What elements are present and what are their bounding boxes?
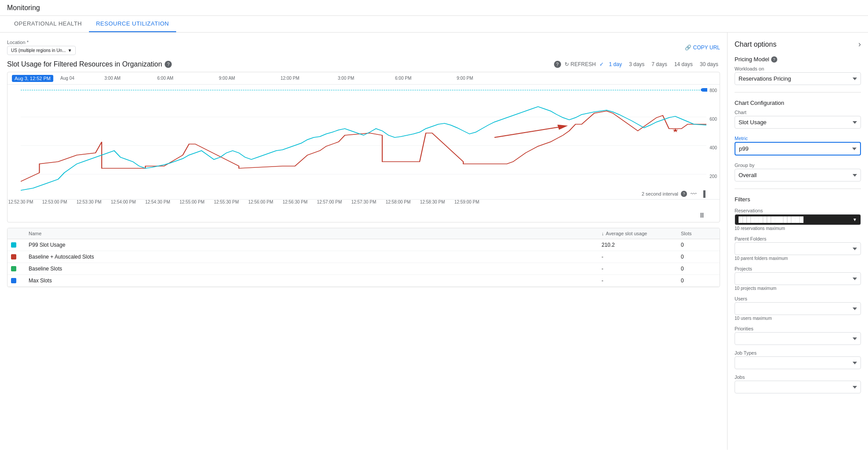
legend-table: Name ↓ Average slot usage Slots P99 Slot… — [7, 228, 720, 287]
active-day-check: ✓ — [599, 61, 604, 67]
timeline-6am: 6:00 AM — [157, 76, 174, 81]
legend-slots-baseline-auto: 0 — [681, 254, 716, 260]
legend-row-baseline-auto: Baseline + Autoscaled Slots - 0 — [7, 251, 720, 263]
chart-title-help-icon[interactable]: ? — [165, 61, 172, 68]
tab-operational-health[interactable]: OPERATIONAL HEALTH — [7, 16, 89, 32]
main-layout: Location * US (multiple regions in Un...… — [0, 33, 868, 450]
x-label-0: 12:52:30 PM — [8, 200, 33, 204]
interval-label: 2 second interval — [642, 191, 678, 196]
x-axis: 12:52:30 PM 12:53:00 PM 12:53:30 PM 12:5… — [7, 199, 720, 209]
chart-config-title: Chart Configuration — [735, 100, 861, 106]
legend-name-p99: P99 Slot Usage — [29, 242, 602, 248]
legend-name-baseline: Baseline Slots — [29, 266, 602, 272]
projects-select[interactable] — [735, 272, 861, 285]
legend-header: Name ↓ Average slot usage Slots — [7, 228, 720, 239]
chart-bar-icon[interactable]: ▐ — [700, 189, 706, 198]
pricing-model-title: Pricing Model ? — [735, 56, 861, 63]
x-label-1: 12:53:00 PM — [42, 200, 67, 204]
timeline-3am: 3:00 AM — [104, 76, 121, 81]
chart-help-icon[interactable]: ? — [554, 61, 561, 68]
metric-label: Metric — [735, 136, 861, 141]
panel-close-button[interactable]: › — [858, 40, 861, 49]
location-bar: Location * US (multiple regions in Un...… — [7, 40, 720, 55]
x-label-6: 12:55:30 PM — [214, 200, 239, 204]
y-label-600: 600 — [709, 117, 717, 122]
day-btn-30[interactable]: 30 days — [698, 60, 720, 68]
metric-select[interactable]: p99 — [735, 142, 861, 156]
interval-bar: 2 second interval ? 〰 ▐ — [642, 189, 706, 198]
x-label-4: 12:54:30 PM — [145, 200, 170, 204]
x-label-3: 12:54:00 PM — [111, 200, 136, 204]
reservations-label: Reservations — [735, 208, 861, 213]
group-by-field: Group by Overall — [735, 163, 861, 182]
chevron-down-icon: ▼ — [68, 48, 72, 53]
projects-label: Projects — [735, 266, 861, 271]
chart-container: Aug 3, 12:52 PM Aug 04 3:00 AM 6:00 AM 9… — [7, 72, 720, 222]
legend-col-slots: Slots — [681, 231, 716, 236]
legend-avg-baseline-auto: - — [602, 254, 681, 260]
legend-col-name: Name — [29, 231, 602, 236]
timeline-aug04: Aug 04 — [60, 76, 74, 81]
legend-avg-max: - — [602, 278, 681, 284]
x-label-11: 12:58:00 PM — [386, 200, 411, 204]
jobs-field: Jobs — [735, 374, 861, 393]
y-label-200: 200 — [709, 174, 717, 179]
priorities-select[interactable] — [735, 332, 861, 345]
group-by-label: Group by — [735, 163, 861, 168]
chart-select[interactable]: Slot Usage — [735, 116, 861, 129]
chart-title-area: Slot Usage for Filtered Resources in Org… — [7, 60, 172, 68]
pause-button[interactable]: ⏸ — [698, 211, 706, 220]
projects-sublabel: 10 projects maximum — [735, 286, 861, 291]
jobs-select[interactable] — [735, 381, 861, 393]
users-select[interactable] — [735, 302, 861, 315]
divider-2 — [735, 189, 861, 189]
timeline-9am: 9:00 AM — [219, 76, 235, 81]
x-label-7: 12:56:00 PM — [248, 200, 273, 204]
app-title: Monitoring — [7, 4, 40, 12]
timeline-start-indicator: Aug 3, 12:52 PM — [12, 75, 53, 82]
legend-name-baseline-auto: Baseline + Autoscaled Slots — [29, 254, 602, 260]
interval-help-icon[interactable]: ? — [681, 191, 687, 197]
day-btn-7[interactable]: 7 days — [650, 60, 669, 68]
location-label: Location * — [7, 40, 76, 45]
timeline-3pm: 3:00 PM — [338, 76, 354, 81]
location-select[interactable]: US (multiple regions in Un... ▼ — [7, 46, 76, 55]
projects-field: Projects 10 projects maximum — [735, 266, 861, 291]
tab-resource-utilization[interactable]: RESOURCE UTILIZATION — [89, 16, 176, 32]
legend-color-baseline — [11, 266, 16, 271]
chart-line-icon[interactable]: 〰 — [690, 189, 698, 198]
chart-controls: ? ↻ REFRESH ✓ 1 day 3 days 7 days 14 day… — [554, 60, 720, 68]
panel-header: Chart options › — [735, 40, 861, 49]
workloads-select[interactable]: Reservations Pricing — [735, 72, 861, 85]
reservations-select[interactable]: ████████████████ ▼ — [735, 214, 861, 225]
day-btn-14[interactable]: 14 days — [672, 60, 694, 68]
group-by-select[interactable]: Overall — [735, 169, 861, 182]
parent-folders-select[interactable] — [735, 242, 861, 255]
svg-point-2 — [701, 88, 705, 92]
tabs-bar: OPERATIONAL HEALTH RESOURCE UTILIZATION — [0, 16, 868, 33]
day-btn-3[interactable]: 3 days — [627, 60, 646, 68]
chart-header: Slot Usage for Filtered Resources in Org… — [7, 60, 720, 68]
parent-folders-field: Parent Folders 10 parent folders maximum — [735, 236, 861, 261]
pricing-help-icon[interactable]: ? — [771, 56, 777, 63]
refresh-button[interactable]: ↻ REFRESH — [565, 61, 596, 67]
day-btn-1[interactable]: 1 day — [607, 60, 624, 68]
job-types-select[interactable] — [735, 356, 861, 369]
reservations-field: Reservations ████████████████ ▼ 10 reser… — [735, 208, 861, 231]
location-value: US (multiple regions in Un... — [11, 48, 66, 53]
content-area: Location * US (multiple regions in Un...… — [0, 33, 727, 450]
x-label-8: 12:56:30 PM — [283, 200, 308, 204]
timeline-9pm: 9:00 PM — [457, 76, 473, 81]
chart-label: Chart — [735, 110, 861, 115]
legend-slots-p99: 0 — [681, 242, 716, 248]
copy-url-button[interactable]: 🔗 COPY URL — [685, 44, 720, 51]
y-label-400: 400 — [709, 145, 717, 150]
legend-color-max — [11, 278, 16, 283]
workloads-label: Workloads on — [735, 66, 861, 71]
chart-timeline: Aug 3, 12:52 PM Aug 04 3:00 AM 6:00 AM 9… — [7, 72, 720, 85]
jobs-label: Jobs — [735, 374, 861, 380]
legend-row-max: Max Slots - 0 — [7, 275, 720, 287]
legend-slots-baseline: 0 — [681, 266, 716, 272]
x-label-10: 12:57:30 PM — [351, 200, 377, 204]
legend-name-max: Max Slots — [29, 278, 602, 284]
